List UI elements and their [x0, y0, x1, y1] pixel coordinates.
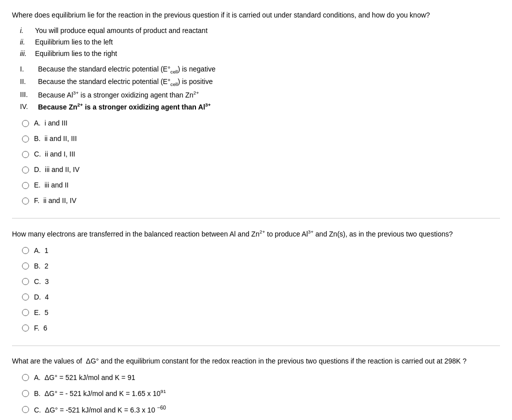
question-3-options: A. ΔG° = 521 kJ/mol and K = 91 B. ΔG° = … — [12, 372, 500, 420]
statement-list: i. You will produce equal amounts of pro… — [12, 26, 500, 59]
option-q1f-label: F. ii and II, IV — [34, 196, 76, 206]
question-2-options: A. 1 B. 2 C. 3 D. 4 E. 5 F. 6 — [12, 246, 500, 334]
option-q2b-label: B. 2 — [34, 261, 48, 272]
radio-q2d[interactable] — [22, 294, 29, 300]
radio-q2b[interactable] — [22, 262, 29, 270]
option-q2a-label: A. 1 — [34, 246, 48, 256]
option-q2d-label: D. 4 — [34, 292, 49, 302]
option-q3a[interactable]: A. ΔG° = 521 kJ/mol and K = 91 — [22, 372, 500, 383]
question-1-options: A. i and III B. ii and II, III C. ii and… — [12, 118, 500, 206]
radio-q2f[interactable] — [22, 324, 29, 332]
reason-list: I. Because the standard electric potenti… — [12, 64, 500, 112]
option-q2c[interactable]: C. 3 — [22, 276, 500, 287]
radio-q1b[interactable] — [22, 136, 29, 142]
option-q1b-label: B. ii and II, III — [34, 134, 77, 144]
question-1-text: Where does equilibrium lie for the react… — [12, 10, 500, 20]
option-q1a[interactable]: A. i and III — [22, 118, 500, 128]
option-q2e-label: E. 5 — [34, 308, 48, 318]
option-q2a[interactable]: A. 1 — [22, 246, 500, 256]
radio-q3b[interactable] — [22, 390, 29, 397]
reason-IV: IV. Because Zn2+ is a stronger oxidizing… — [20, 102, 500, 112]
reason-I: I. Because the standard electric potenti… — [20, 64, 500, 76]
option-q3c[interactable]: C. ΔG° = -521 kJ/mol and K = 6.3 x 10 −6… — [22, 404, 500, 416]
option-q1d-label: D. iii and II, IV — [34, 164, 80, 175]
radio-q2a[interactable] — [22, 247, 29, 254]
option-q2d[interactable]: D. 4 — [22, 292, 500, 302]
option-q1d[interactable]: D. iii and II, IV — [22, 164, 500, 175]
statement-i: i. You will produce equal amounts of pro… — [20, 26, 500, 36]
option-q2b[interactable]: B. 2 — [22, 261, 500, 272]
radio-q1a[interactable] — [22, 120, 29, 127]
statement-iii: iii. Equilibrium lies to the right — [20, 48, 500, 59]
radio-q1f[interactable] — [22, 198, 29, 204]
option-q2c-label: C. 3 — [34, 276, 49, 287]
option-q1e[interactable]: E. iii and II — [22, 180, 500, 190]
option-q3a-label: A. ΔG° = 521 kJ/mol and K = 91 — [34, 372, 136, 383]
question-2-text: How many electrons are transferred in th… — [12, 228, 500, 240]
option-q1a-label: A. i and III — [34, 118, 68, 128]
radio-q3c[interactable] — [22, 406, 29, 413]
question-3-text: What are the values of ΔG° and the equil… — [12, 356, 500, 366]
reason-II: II. Because the standard electric potent… — [20, 76, 500, 88]
option-q1f[interactable]: F. ii and II, IV — [22, 196, 500, 206]
statement-ii: ii. Equilibrium lies to the left — [20, 37, 500, 48]
option-q2f[interactable]: F. 6 — [22, 323, 500, 334]
option-q3b-label: B. ΔG° = - 521 kJ/mol and K = 1.65 x 109… — [34, 388, 166, 399]
radio-q1e[interactable] — [22, 182, 29, 189]
option-q1b[interactable]: B. ii and II, III — [22, 134, 500, 144]
option-q1e-label: E. iii and II — [34, 180, 68, 190]
reason-III: III. Because Al3+ is a stronger oxidizin… — [20, 90, 500, 100]
radio-q1d[interactable] — [22, 166, 29, 174]
option-q2f-label: F. 6 — [34, 323, 47, 334]
radio-q2e[interactable] — [22, 309, 29, 316]
radio-q1c[interactable] — [22, 151, 29, 158]
option-q1c[interactable]: C. ii and I, III — [22, 149, 500, 160]
option-q2e[interactable]: E. 5 — [22, 308, 500, 318]
option-q3b[interactable]: B. ΔG° = - 521 kJ/mol and K = 1.65 x 109… — [22, 388, 500, 399]
option-q1c-label: C. ii and I, III — [34, 149, 75, 160]
question-1: Where does equilibrium lie for the react… — [12, 10, 500, 206]
radio-q3a[interactable] — [22, 374, 29, 381]
divider-2 — [12, 346, 500, 346]
divider-1 — [12, 218, 500, 218]
option-q3c-label: C. ΔG° = -521 kJ/mol and K = 6.3 x 10 −6… — [34, 404, 166, 416]
question-3: What are the values of ΔG° and the equil… — [12, 356, 500, 420]
radio-q2c[interactable] — [22, 278, 29, 285]
question-2: How many electrons are transferred in th… — [12, 228, 500, 334]
